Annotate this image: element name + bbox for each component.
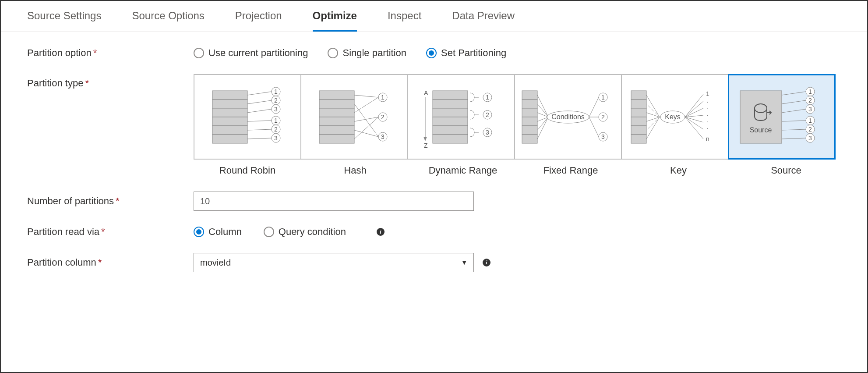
svg-rect-3 bbox=[212, 117, 247, 126]
svg-line-112 bbox=[782, 92, 806, 95]
svg-rect-2 bbox=[212, 108, 247, 117]
svg-text:1: 1 bbox=[274, 88, 278, 95]
label-num-partitions: Number of partitions* bbox=[27, 195, 194, 207]
svg-rect-49 bbox=[433, 117, 468, 126]
partition-type-source[interactable]: Source 1 2 3 1 2 3 bbox=[728, 74, 836, 160]
dropdown-value: movieId bbox=[200, 258, 231, 268]
type-label-key: Key bbox=[625, 165, 732, 176]
svg-text:·: · bbox=[707, 98, 709, 105]
svg-line-96 bbox=[685, 101, 703, 117]
tab-inspect[interactable]: Inspect bbox=[388, 10, 421, 32]
partition-column-dropdown[interactable]: movieId ▼ bbox=[194, 253, 474, 272]
svg-line-95 bbox=[685, 94, 703, 117]
svg-rect-63 bbox=[522, 135, 537, 143]
radio-icon bbox=[426, 48, 437, 58]
radio-query-condition[interactable]: Query condition bbox=[264, 226, 346, 238]
svg-line-8 bbox=[247, 109, 272, 113]
required-marker: * bbox=[98, 257, 102, 268]
content-area: Partition option* Use current partitioni… bbox=[1, 32, 867, 288]
svg-text:1: 1 bbox=[706, 90, 709, 97]
radio-single-partition[interactable]: Single partition bbox=[328, 47, 406, 59]
svg-line-30 bbox=[354, 95, 378, 97]
partition-option-controls: Use current partitioning Single partitio… bbox=[194, 47, 841, 59]
label-partition-read-via: Partition read via* bbox=[27, 226, 194, 238]
label-partition-column: Partition column* bbox=[27, 257, 194, 268]
svg-text:Z: Z bbox=[424, 142, 428, 149]
svg-text:Keys: Keys bbox=[665, 113, 681, 121]
svg-rect-84 bbox=[631, 117, 646, 126]
svg-rect-50 bbox=[433, 126, 468, 135]
svg-text:3: 3 bbox=[601, 133, 605, 140]
partition-type-key[interactable]: Keys 1 · · · · · n bbox=[621, 74, 729, 160]
partition-type-fixed-range[interactable]: Conditions 1 2 3 bbox=[514, 74, 622, 160]
row-num-partitions: Number of partitions* bbox=[27, 192, 841, 211]
label-partition-option: Partition option* bbox=[27, 47, 194, 59]
svg-text:1: 1 bbox=[601, 94, 605, 101]
radio-label: Column bbox=[208, 226, 242, 238]
svg-text:n: n bbox=[706, 135, 709, 142]
type-label-fixed-range: Fixed Range bbox=[517, 165, 625, 176]
svg-line-32 bbox=[354, 97, 378, 113]
required-marker: * bbox=[116, 195, 120, 206]
partition-type-hash[interactable]: 1 2 3 bbox=[300, 74, 408, 160]
row-partition-column: Partition column* movieId ▼ i bbox=[27, 253, 841, 272]
svg-marker-44 bbox=[423, 137, 427, 141]
tab-data-preview[interactable]: Data Preview bbox=[452, 10, 515, 32]
svg-rect-59 bbox=[522, 99, 537, 108]
partition-type-controls: 1 2 3 1 2 3 1 2 3 bbox=[194, 74, 840, 176]
tab-optimize[interactable]: Optimize bbox=[313, 10, 357, 32]
svg-text:2: 2 bbox=[274, 126, 278, 133]
radio-set-partitioning[interactable]: Set Partitioning bbox=[426, 47, 506, 59]
tab-projection[interactable]: Projection bbox=[235, 10, 282, 32]
svg-rect-82 bbox=[631, 99, 646, 108]
chevron-down-icon: ▼ bbox=[461, 259, 467, 266]
source-icon: Source 1 2 3 1 2 3 bbox=[734, 82, 830, 152]
svg-line-6 bbox=[247, 92, 272, 95]
svg-text:A: A bbox=[424, 89, 428, 96]
svg-line-117 bbox=[782, 138, 806, 139]
radio-column[interactable]: Column bbox=[194, 226, 242, 238]
radio-label: Set Partitioning bbox=[441, 47, 506, 59]
svg-line-114 bbox=[782, 109, 806, 113]
svg-text:2: 2 bbox=[601, 114, 605, 121]
partition-type-dynamic-range[interactable]: A Z 1 2 3 bbox=[407, 74, 515, 160]
radio-use-current-partitioning[interactable]: Use current partitioning bbox=[194, 47, 308, 59]
svg-rect-24 bbox=[319, 91, 354, 99]
key-icon: Keys 1 · · · · · n bbox=[627, 82, 723, 152]
info-icon[interactable]: i bbox=[483, 259, 490, 266]
svg-rect-27 bbox=[319, 117, 354, 126]
svg-rect-0 bbox=[212, 91, 247, 99]
row-partition-type: Partition type* 1 2 3 1 2 3 bbox=[27, 74, 841, 176]
tab-source-settings[interactable]: Source Settings bbox=[27, 10, 101, 32]
svg-rect-51 bbox=[433, 135, 468, 143]
svg-text:1: 1 bbox=[808, 88, 812, 95]
radio-label: Use current partitioning bbox=[208, 47, 308, 59]
required-marker: * bbox=[101, 226, 105, 237]
svg-line-33 bbox=[354, 117, 378, 121]
svg-text:2: 2 bbox=[808, 126, 812, 133]
tab-source-options[interactable]: Source Options bbox=[132, 10, 204, 32]
svg-text:1: 1 bbox=[486, 94, 489, 101]
radio-icon bbox=[328, 48, 338, 58]
svg-line-72 bbox=[589, 97, 599, 117]
svg-line-74 bbox=[589, 117, 599, 137]
type-label-hash: Hash bbox=[301, 165, 409, 176]
partition-type-round-robin[interactable]: 1 2 3 1 2 3 bbox=[194, 74, 301, 160]
svg-rect-48 bbox=[433, 108, 468, 117]
tabs-bar: Source Settings Source Options Projectio… bbox=[1, 1, 867, 32]
svg-rect-60 bbox=[522, 108, 537, 117]
svg-text:2: 2 bbox=[808, 97, 812, 104]
svg-rect-4 bbox=[212, 126, 247, 135]
svg-rect-61 bbox=[522, 117, 537, 126]
svg-rect-83 bbox=[631, 108, 646, 117]
svg-rect-109 bbox=[740, 91, 782, 143]
svg-line-9 bbox=[247, 121, 272, 121]
svg-rect-62 bbox=[522, 126, 537, 135]
num-partitions-input[interactable] bbox=[194, 192, 474, 211]
svg-text:·: · bbox=[707, 111, 709, 118]
svg-rect-58 bbox=[522, 91, 537, 99]
svg-text:3: 3 bbox=[274, 135, 278, 142]
info-icon[interactable]: i bbox=[377, 228, 385, 236]
svg-text:1: 1 bbox=[274, 117, 278, 124]
svg-text:2: 2 bbox=[486, 111, 489, 118]
